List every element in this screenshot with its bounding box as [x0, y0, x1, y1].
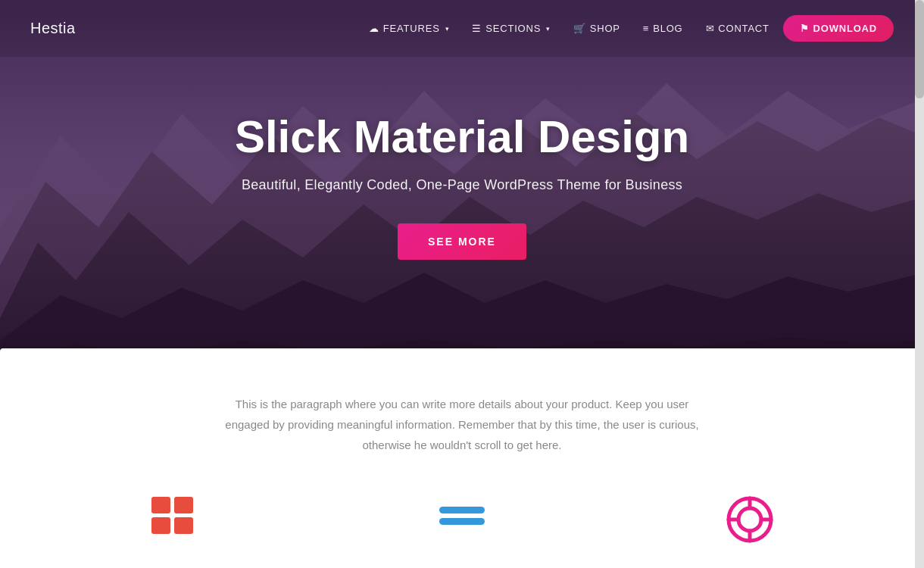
svg-rect-6: [151, 497, 170, 513]
chevron-down-icon: ▾: [445, 25, 450, 33]
icon-col-lines: [318, 493, 606, 538]
nav-item-download[interactable]: ⚑ DOWNLOAD: [783, 15, 894, 42]
description-text: This is the paragraph where you can writ…: [220, 394, 704, 455]
mail-icon: ✉: [706, 23, 715, 34]
grid-icon: [148, 493, 201, 538]
nav-item-blog[interactable]: ≡ BLOG: [634, 17, 692, 40]
nav-item-shop[interactable]: 🛒 SHOP: [564, 17, 629, 40]
svg-rect-11: [439, 518, 485, 525]
svg-rect-7: [174, 497, 193, 513]
nav-item-features[interactable]: ☁ FEATURES ▾: [360, 17, 458, 40]
cloud-icon: ☁: [369, 23, 379, 34]
features-icons-row: [30, 493, 894, 546]
nav-link-features[interactable]: ☁ FEATURES ▾: [360, 17, 458, 40]
svg-point-13: [738, 508, 761, 531]
hero-subtitle: Beautiful, Elegantly Coded, One-Page Wor…: [235, 177, 689, 193]
download-button[interactable]: ⚑ DOWNLOAD: [783, 15, 894, 42]
hero-title: Slick Material Design: [235, 112, 689, 162]
nav-link-shop[interactable]: 🛒 SHOP: [564, 17, 629, 40]
flag-icon: ⚑: [800, 23, 810, 34]
nav-link-contact[interactable]: ✉ CONTACT: [697, 17, 779, 40]
nav-links: ☁ FEATURES ▾ ☰ SECTIONS ▾ 🛒 SHOP ≡ BLOG: [360, 15, 894, 42]
lines-icon: [435, 493, 489, 538]
content-section: This is the paragraph where you can writ…: [0, 348, 924, 568]
chevron-down-icon: ▾: [546, 25, 551, 33]
nav-item-contact[interactable]: ✉ CONTACT: [697, 17, 779, 40]
cart-icon: 🛒: [573, 23, 586, 34]
svg-rect-9: [174, 517, 193, 534]
icon-col-grid: [30, 493, 318, 538]
icon-col-circle: [606, 493, 894, 546]
nav-item-sections[interactable]: ☰ SECTIONS ▾: [463, 17, 559, 40]
menu-icon: ☰: [472, 23, 482, 34]
nav-link-blog[interactable]: ≡ BLOG: [634, 17, 692, 40]
hero-content: Slick Material Design Beautiful, Elegant…: [204, 112, 720, 260]
see-more-button[interactable]: SEE MORE: [398, 223, 526, 260]
nav-link-sections[interactable]: ☰ SECTIONS ▾: [463, 17, 559, 40]
svg-rect-8: [151, 517, 170, 534]
navbar: Hestia ☁ FEATURES ▾ ☰ SECTIONS ▾ 🛒 SHOP: [0, 0, 924, 57]
lifering-icon: [723, 493, 776, 546]
site-logo[interactable]: Hestia: [30, 20, 76, 37]
lines-nav-icon: ≡: [643, 23, 649, 34]
svg-rect-10: [439, 507, 485, 513]
scrollbar-thumb[interactable]: [915, 0, 924, 98]
scrollbar[interactable]: [915, 0, 924, 568]
